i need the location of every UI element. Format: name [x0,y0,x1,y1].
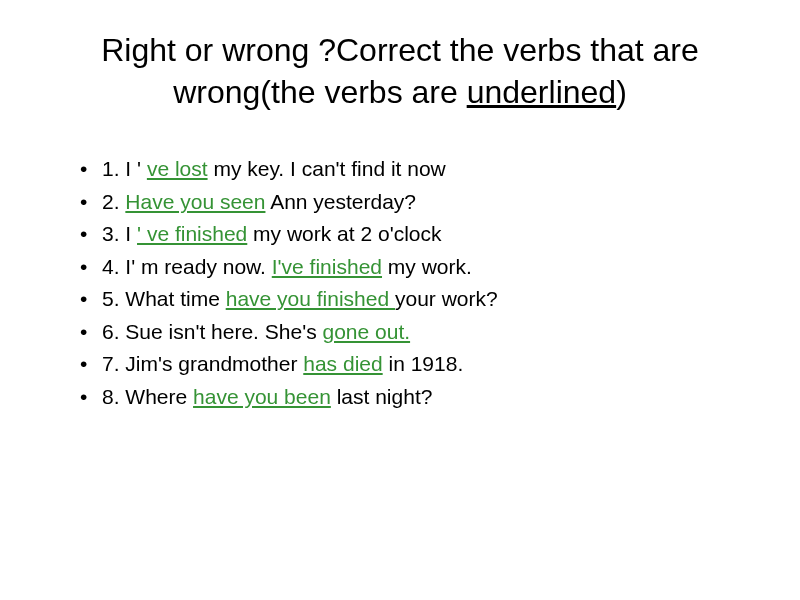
list-item: 7. Jim's grandmother has died in 1918. [80,348,750,381]
item-verb: have you been [193,385,331,408]
item-post: Ann yesterday? [265,190,416,213]
list-item: 4. I' m ready now. I've finished my work… [80,251,750,284]
list-item: 5. What time have you finished your work… [80,283,750,316]
item-post: my key. I can't find it now [208,157,446,180]
item-post: my work. [382,255,472,278]
title-part2: ) [616,74,627,110]
item-pre: 8. Where [102,385,193,408]
item-post: in 1918. [383,352,464,375]
item-pre: 3. I [102,222,137,245]
item-pre: 4. I' m ready now. [102,255,272,278]
item-verb: have you finished [226,287,395,310]
item-verb: Have you seen [125,190,265,213]
item-verb: ' ve finished [137,222,247,245]
item-pre: 2. [102,190,125,213]
item-pre: 7. Jim's grandmother [102,352,303,375]
item-verb: gone out. [322,320,410,343]
item-verb: ve lost [147,157,208,180]
item-pre: 1. I ' [102,157,147,180]
list-item: 6. Sue isn't here. She's gone out. [80,316,750,349]
list-item: 2. Have you seen Ann yesterday? [80,186,750,219]
item-verb: I've finished [272,255,382,278]
list-item: 1. I ' ve lost my key. I can't find it n… [80,153,750,186]
list-item: 8. Where have you been last night? [80,381,750,414]
item-pre: 6. Sue isn't here. She's [102,320,322,343]
list-item: 3. I ' ve finished my work at 2 o'clock [80,218,750,251]
item-post: last night? [331,385,433,408]
title-underlined: underlined [467,74,616,110]
item-post: your work? [395,287,498,310]
item-verb: has died [303,352,382,375]
exercise-list: 1. I ' ve lost my key. I can't find it n… [50,153,750,413]
item-pre: 5. What time [102,287,226,310]
slide-title: Right or wrong ?Correct the verbs that a… [50,30,750,113]
item-post: my work at 2 o'clock [247,222,441,245]
